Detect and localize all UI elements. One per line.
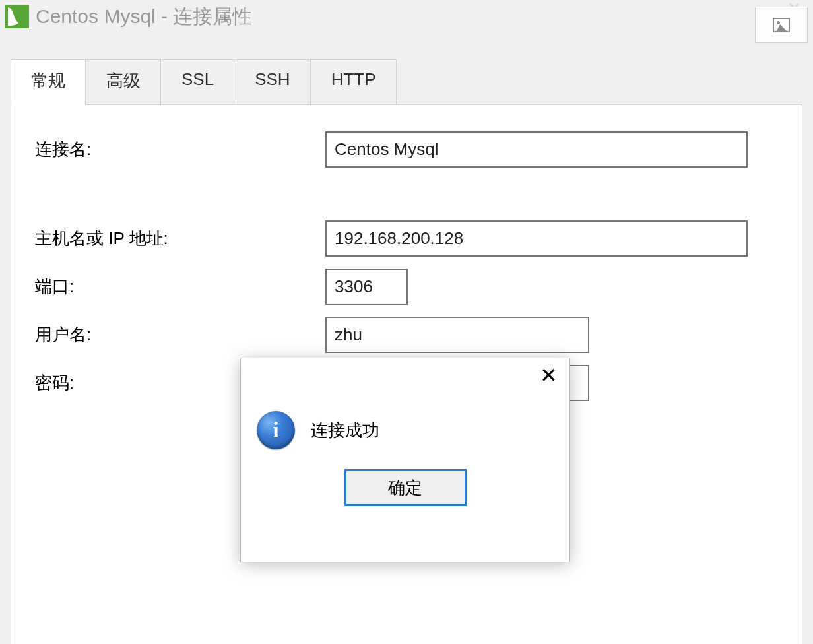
tab-ssl[interactable]: SSL [161,59,234,105]
ok-button[interactable]: 确定 [344,469,467,506]
host-label: 主机名或 IP 地址: [35,227,325,250]
host-input[interactable] [325,220,748,257]
tab-http[interactable]: HTTP [311,59,397,105]
username-label: 用户名: [35,323,325,346]
tab-advanced[interactable]: 高级 [86,59,161,105]
app-icon [5,5,29,28]
titlebar: Centos Mysql - 连接属性 × [0,0,813,33]
title-app-name: Centos Mysql [36,5,156,27]
port-label: 端口: [35,275,325,298]
title-suffix: - 连接属性 [156,5,253,27]
connection-name-input[interactable] [325,131,748,168]
dialog-footer: 确定 [241,463,569,519]
tab-general[interactable]: 常规 [11,59,86,105]
dialog-message: 连接成功 [311,419,379,442]
message-dialog: ✕ i 连接成功 确定 [240,358,570,562]
dialog-body: i 连接成功 [241,358,569,463]
port-input[interactable] [325,269,408,305]
connection-properties-window: Centos Mysql - 连接属性 × 常规 高级 SSL SSH HTTP… [0,0,813,644]
tab-bar: 常规 高级 SSL SSH HTTP [11,59,813,105]
info-icon: i [257,411,295,449]
tab-ssh[interactable]: SSH [234,59,310,105]
close-icon[interactable]: ✕ [540,365,558,386]
username-input[interactable] [325,317,589,353]
connection-name-label: 连接名: [35,138,325,161]
window-title: Centos Mysql - 连接属性 [36,3,252,30]
landscape-icon [773,18,790,32]
image-placeholder-button[interactable] [755,7,808,43]
